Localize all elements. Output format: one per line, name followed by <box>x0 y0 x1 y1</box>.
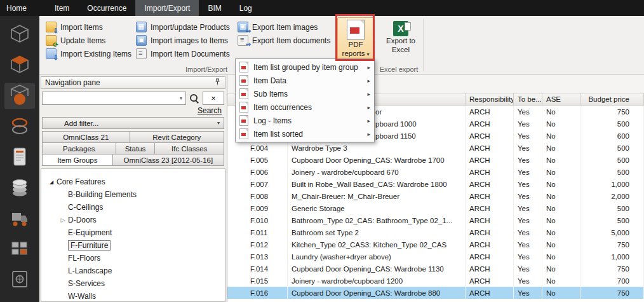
menu-tab-log[interactable]: Log <box>231 0 261 16</box>
cell-tobe: Yes <box>514 238 542 251</box>
tree-item-b-building-elements[interactable]: B-Building Elements <box>41 188 225 201</box>
clear-search-button[interactable]: × <box>203 92 224 105</box>
pdf-menu-item-item-data[interactable]: Item Data▸ <box>237 74 373 87</box>
tree-item-label: C-Ceilings <box>68 203 103 212</box>
pdf-file-icon <box>239 128 248 139</box>
table-row-f-008[interactable]: F.008M_Chair-Breuer: M_Chair-BreuerARCHY… <box>227 190 644 202</box>
tree-item-w-walls[interactable]: W-Walls <box>41 290 225 302</box>
pdf-menu-item-log-items[interactable]: Log - Items▸ <box>237 114 373 127</box>
menu-tab-occurrence[interactable]: Occurrence <box>78 0 135 16</box>
search-link[interactable]: Search <box>198 106 222 115</box>
table-row-f-007[interactable]: F.007Built in Robe_Wall Based_CAS: Wardr… <box>227 178 644 190</box>
column-header-ase[interactable]: ASE <box>542 93 580 105</box>
import-existing-items-button[interactable]: Import Existing Items <box>43 47 134 60</box>
cell-id: F.012 <box>227 238 288 251</box>
pdf-menu-item-sub-items[interactable]: Sub Items▸ <box>237 87 373 100</box>
export-to-excel-button[interactable]: Export to Excel <box>382 18 419 60</box>
forklift-icon[interactable] <box>4 205 35 231</box>
cell-tobe: Yes <box>514 118 542 130</box>
import-images-to-items-button[interactable]: Import images to Items <box>133 34 232 47</box>
tree-item-fl-floors[interactable]: FL-Floors <box>41 252 225 264</box>
column-header-to-be[interactable]: To be... <box>514 93 542 105</box>
export-item-documents-button[interactable]: Export Item documents <box>235 34 333 47</box>
pdf-menu-item-item-list-grouped-by-item-group[interactable]: Item list grouped by item group▸ <box>237 60 373 74</box>
tab-ifc-classes[interactable]: Ifc Classes <box>154 142 224 154</box>
sphere-module-icon[interactable] <box>4 83 35 109</box>
column-header-budget-price[interactable]: Budget price <box>580 93 644 105</box>
tree-item-l-landscape[interactable]: L-Landscape <box>41 264 225 277</box>
tree-item-f-furniture[interactable]: F-Furniture <box>41 239 225 252</box>
cell-price: 1,000 <box>580 251 644 263</box>
grid-icon[interactable] <box>4 236 35 261</box>
menu-tab-import-export[interactable]: Import/Export <box>135 0 199 16</box>
search-magnifier-icon[interactable] <box>189 93 199 104</box>
table-row-f-005[interactable]: F.005Cupboard Door Opening_CAS: Wardrobe… <box>227 154 644 166</box>
pin-icon[interactable] <box>214 78 221 87</box>
tree-expander-icon[interactable]: ▷ <box>58 217 68 223</box>
cell-ase: No <box>542 118 580 130</box>
ribbon-group-separator <box>375 19 375 71</box>
cell-ase: No <box>542 251 580 263</box>
excel-icon <box>393 21 408 36</box>
table-row-f-014[interactable]: F.014Cupboard Door Opening_CAS: Wardrobe… <box>227 263 644 275</box>
add-filter-dropdown[interactable]: Add filter... ▾ <box>42 117 224 129</box>
tree-expander-icon[interactable]: ◢ <box>46 179 57 185</box>
tree-item-c-ceilings[interactable]: C-Ceilings <box>41 201 225 214</box>
pdf-reports-button[interactable]: PDF reports▾ <box>337 17 374 60</box>
tab-status[interactable]: Status <box>116 142 156 154</box>
tab-packages[interactable]: Packages <box>42 142 116 154</box>
cube-top-icon[interactable] <box>4 53 35 78</box>
import-item-documents-button[interactable]: Import Item Documents <box>133 47 232 60</box>
menu-tab-item[interactable]: Item <box>46 0 78 16</box>
tab-revit-category[interactable]: Revit Category <box>130 131 224 143</box>
table-row-f-016[interactable]: F.016Cupboard Door Opening_CAS: Wardrobe… <box>227 287 644 299</box>
tab-item-groups[interactable]: Item Groups <box>42 154 113 166</box>
cell-ase: No <box>542 166 580 178</box>
update-items-button[interactable]: Update Items <box>43 34 134 47</box>
tab-omniclass-21[interactable]: OmniClass 21 <box>42 131 130 143</box>
table-row-f-012[interactable]: F.012Kitchen_Type 02_CAS3: Kitchen_Type … <box>227 238 644 251</box>
table-row-f-006[interactable]: F.006Joinery - wardrobe/cupboard 670ARCH… <box>227 166 644 178</box>
rings-icon[interactable] <box>4 114 35 139</box>
tree-item-core-features[interactable]: ◢Core Features <box>41 175 225 188</box>
cell-price: 500 <box>580 118 644 130</box>
cell-tobe: Yes <box>514 287 542 299</box>
pdf-menu-item-item-list-sorted[interactable]: Item list sorted▸ <box>237 127 373 141</box>
button-label: Export Item documents <box>252 36 330 45</box>
table-row-f-013[interactable]: F.013Laundry (washer+dryer above)ARCHYes… <box>227 251 644 263</box>
submenu-arrow-icon: ▸ <box>367 64 370 71</box>
cell-id: F.011 <box>227 226 288 238</box>
cell-price: 750 <box>580 106 644 118</box>
tree-item-e-equipment[interactable]: E-Equipment <box>41 226 225 239</box>
cell-tobe: Yes <box>514 154 542 166</box>
export-item-images-button[interactable]: Export Item images <box>235 20 333 34</box>
search-combo[interactable]: ▾ <box>42 92 186 105</box>
table-row-f-011[interactable]: F.011Bathroom set Type 2ARCHYesNo5,000 <box>227 226 644 238</box>
pdf-file-icon <box>239 62 248 72</box>
cell-name: Kitchen_Type 02_CAS3: Kitchen_Type 02_CA… <box>288 238 466 251</box>
tab-omniclass-23[interactable]: OmniClass 23 [2012-05-16] <box>112 154 224 166</box>
column-header-responsibility[interactable]: Responsibility <box>466 93 514 105</box>
search-dropdown-chevron-icon[interactable]: ▾ <box>177 95 185 101</box>
cube-wire-icon[interactable] <box>4 22 35 48</box>
menu-item-label: Item occurrences <box>253 103 362 112</box>
pdf-file-icon <box>239 88 248 99</box>
import-items-button[interactable]: Import Items <box>43 20 134 34</box>
menu-tab-home[interactable]: Home <box>0 0 36 16</box>
pdf-menu-item-item-occurrences[interactable]: Item occurrences▸ <box>237 100 373 114</box>
tree-item-d-doors[interactable]: ▷D-Doors <box>41 214 225 226</box>
card-icon[interactable] <box>4 144 35 170</box>
table-row-f-004[interactable]: F.004Wardrobe Type 3ARCHYesNo500 <box>227 142 644 154</box>
menu-item-label: Item Data <box>253 76 362 85</box>
table-row-f-010[interactable]: F.010Bathroom_Type 02_CAS: Bathroom_Type… <box>227 214 644 226</box>
tree-item-s-services[interactable]: S-Services <box>41 277 225 290</box>
table-row-f-015[interactable]: F.015Joinery - wardrobe/cupboard 1200ARC… <box>227 275 644 287</box>
table-row-f-009[interactable]: F.009Generic StorageARCHYesNo500 <box>227 202 644 214</box>
import-items-icon <box>46 22 57 32</box>
import-update-products-button[interactable]: Import/update Products <box>133 20 232 34</box>
coins-icon[interactable] <box>4 175 35 200</box>
menu-tab-bim[interactable]: BIM <box>199 0 230 16</box>
search-input[interactable] <box>43 94 177 103</box>
cell-name: M_Chair-Breuer: M_Chair-Breuer <box>288 190 466 202</box>
safe-icon[interactable] <box>4 266 35 292</box>
